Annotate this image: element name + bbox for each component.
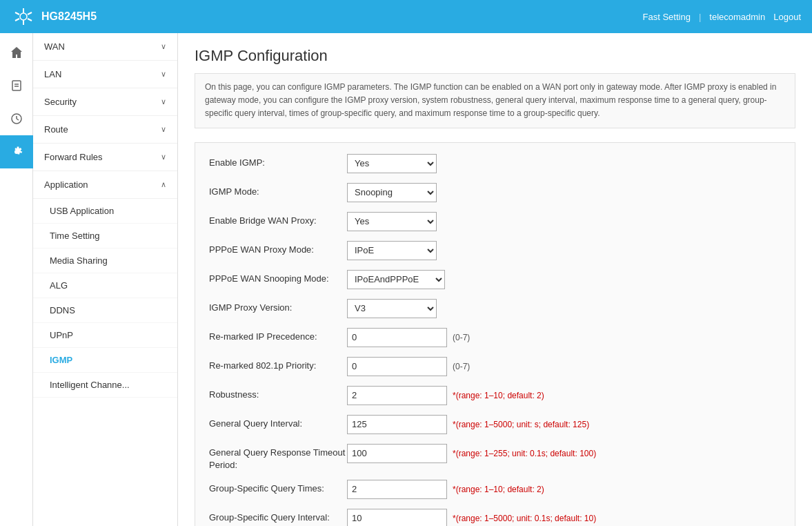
logout-link[interactable]: Logout <box>773 12 801 22</box>
chevron-lan-icon: ∨ <box>161 70 166 79</box>
select-enable-igmp[interactable]: Yes No <box>347 154 437 173</box>
brand: HG8245H5 <box>11 7 97 26</box>
control-group-specific-query-interval: *(range: 1–5000; unit: 0.1s; default: 10… <box>347 509 596 526</box>
svg-line-4 <box>28 19 32 21</box>
main-layout: WAN ∨ LAN ∨ Security ∨ Route ∨ Forward R… <box>0 33 812 526</box>
igmp-form: Enable IGMP: Yes No IGMP Mode: Snooping … <box>195 142 795 526</box>
control-remarked-8021p: (0-7) <box>347 357 470 376</box>
label-group-specific-query-times: Group-Specific Query Times: <box>209 480 347 495</box>
form-row-pppoe-wan-proxy-mode: PPPoE WAN Proxy Mode: IPoE PPPoE <box>209 241 781 262</box>
chevron-application-icon: ∧ <box>161 180 166 189</box>
form-row-general-query-response: General Query Response Timeout Period: *… <box>209 444 781 471</box>
control-remarked-ip: (0-7) <box>347 328 470 347</box>
input-robustness[interactable] <box>347 386 447 405</box>
control-pppoe-wan-proxy-mode: IPoE PPPoE <box>347 241 437 260</box>
select-bridge-wan-proxy[interactable]: Yes No <box>347 212 437 231</box>
sidebar-sub-item-media-sharing[interactable]: Media Sharing <box>33 249 177 273</box>
hint-robustness: *(range: 1–10; default: 2) <box>453 391 544 400</box>
sidebar-item-wan[interactable]: WAN ∨ <box>33 33 177 61</box>
main-content: IGMP Configuration On this page, you can… <box>178 33 812 526</box>
huawei-logo-icon <box>11 7 36 26</box>
chevron-security-icon: ∨ <box>161 97 166 106</box>
page-title: IGMP Configuration <box>195 47 795 65</box>
sidebar-sub-item-intelligent-channel[interactable]: Intelligent Channe... <box>33 373 177 398</box>
sidebar-item-lan[interactable]: LAN ∨ <box>33 61 177 88</box>
label-pppoe-wan-proxy-mode: PPPoE WAN Proxy Mode: <box>209 241 347 256</box>
form-row-group-specific-query-times: Group-Specific Query Times: *(range: 1–1… <box>209 480 781 500</box>
input-remarked-ip[interactable] <box>347 328 447 347</box>
label-pppoe-wan-snooping-mode: PPPoE WAN Snooping Mode: <box>209 270 347 285</box>
form-row-pppoe-wan-snooping-mode: PPPoE WAN Snooping Mode: IPoEAndPPPoE IP… <box>209 270 781 291</box>
svg-line-6 <box>28 12 32 14</box>
label-general-query-interval: General Query Interval: <box>209 415 347 430</box>
sidebar-sub-item-usb-application[interactable]: USB Application <box>33 199 177 224</box>
chevron-forward-icon: ∨ <box>161 153 166 162</box>
nav-icon-home[interactable] <box>0 36 33 69</box>
label-general-query-response: General Query Response Timeout Period: <box>209 444 347 471</box>
header-nav: Fast Setting | telecomadmin Logout <box>643 12 801 22</box>
select-pppoe-wan-proxy-mode[interactable]: IPoE PPPoE <box>347 241 437 260</box>
form-row-bridge-wan-proxy: Enable Bridge WAN Proxy: Yes No <box>209 212 781 233</box>
nav-icon-security[interactable] <box>0 69 33 102</box>
control-general-query-interval: *(range: 1–5000; unit: s; default: 125) <box>347 415 589 434</box>
sidebar-item-route[interactable]: Route ∨ <box>33 116 177 144</box>
label-bridge-wan-proxy: Enable Bridge WAN Proxy: <box>209 212 347 227</box>
label-robustness: Robustness: <box>209 386 347 401</box>
sidebar-sub-item-time-setting[interactable]: Time Setting <box>33 224 177 249</box>
sidebar-item-security[interactable]: Security ∨ <box>33 88 177 116</box>
hint-remarked-ip: (0-7) <box>453 333 470 342</box>
icon-sidebar <box>0 33 33 526</box>
sidebar-sub-item-ddns[interactable]: DDNS <box>33 298 177 323</box>
label-group-specific-query-interval: Group-Specific Query Interval: <box>209 509 347 524</box>
sidebar-sub-item-alg[interactable]: ALG <box>33 273 177 298</box>
form-row-igmp-proxy-version: IGMP Proxy Version: V3 V2 V1 <box>209 299 781 320</box>
control-bridge-wan-proxy: Yes No <box>347 212 437 231</box>
form-row-group-specific-query-interval: Group-Specific Query Interval: *(range: … <box>209 509 781 526</box>
nav-icon-settings[interactable] <box>0 135 33 168</box>
svg-line-12 <box>17 119 19 120</box>
control-group-specific-query-times: *(range: 1–10; default: 2) <box>347 480 544 499</box>
form-row-remarked-8021p: Re-marked 802.1p Priority: (0-7) <box>209 357 781 378</box>
select-igmp-mode[interactable]: Snooping Proxy <box>347 183 437 202</box>
form-row-robustness: Robustness: *(range: 1–10; default: 2) <box>209 386 781 407</box>
label-remarked-ip: Re-marked IP Precedence: <box>209 328 347 343</box>
control-pppoe-wan-snooping-mode: IPoEAndPPPoE IPoE PPPoE <box>347 270 445 289</box>
nav-icon-clock[interactable] <box>0 102 33 135</box>
sidebar-item-forward-rules[interactable]: Forward Rules ∨ <box>33 144 177 171</box>
control-igmp-proxy-version: V3 V2 V1 <box>347 299 437 318</box>
input-remarked-8021p[interactable] <box>347 357 447 376</box>
input-group-specific-query-times[interactable] <box>347 480 447 499</box>
control-enable-igmp: Yes No <box>347 154 437 173</box>
chevron-wan-icon: ∨ <box>161 42 166 51</box>
label-remarked-8021p: Re-marked 802.1p Priority: <box>209 357 347 372</box>
control-igmp-mode: Snooping Proxy <box>347 183 437 202</box>
text-sidebar: WAN ∨ LAN ∨ Security ∨ Route ∨ Forward R… <box>33 33 178 526</box>
hint-general-query-interval: *(range: 1–5000; unit: s; default: 125) <box>453 420 589 429</box>
svg-point-0 <box>20 13 27 20</box>
label-enable-igmp: Enable IGMP: <box>209 154 347 169</box>
form-row-enable-igmp: Enable IGMP: Yes No <box>209 154 781 175</box>
sidebar-sub-item-upnp[interactable]: UPnP <box>33 323 177 348</box>
brand-name: HG8245H5 <box>41 10 97 23</box>
username-link[interactable]: telecomadmin <box>709 12 765 22</box>
input-general-query-interval[interactable] <box>347 415 447 434</box>
svg-rect-7 <box>12 81 21 90</box>
hint-remarked-8021p: (0-7) <box>453 362 470 371</box>
select-pppoe-wan-snooping-mode[interactable]: IPoEAndPPPoE IPoE PPPoE <box>347 270 445 289</box>
header: HG8245H5 Fast Setting | telecomadmin Log… <box>0 0 812 33</box>
svg-line-5 <box>15 19 19 21</box>
sidebar-sub-item-igmp[interactable]: IGMP <box>33 348 177 373</box>
form-row-igmp-mode: IGMP Mode: Snooping Proxy <box>209 183 781 204</box>
chevron-route-icon: ∨ <box>161 125 166 134</box>
select-igmp-proxy-version[interactable]: V3 V2 V1 <box>347 299 437 318</box>
label-igmp-mode: IGMP Mode: <box>209 183 347 198</box>
hint-general-query-response: *(range: 1–255; unit: 0.1s; default: 100… <box>453 449 596 458</box>
fast-setting-link[interactable]: Fast Setting <box>643 12 691 22</box>
form-row-general-query-interval: General Query Interval: *(range: 1–5000;… <box>209 415 781 436</box>
input-general-query-response[interactable] <box>347 444 447 463</box>
label-igmp-proxy-version: IGMP Proxy Version: <box>209 299 347 314</box>
input-group-specific-query-interval[interactable] <box>347 509 447 526</box>
sidebar-item-application[interactable]: Application ∧ <box>33 171 177 199</box>
svg-line-3 <box>15 12 19 14</box>
nav-divider: | <box>699 12 701 22</box>
